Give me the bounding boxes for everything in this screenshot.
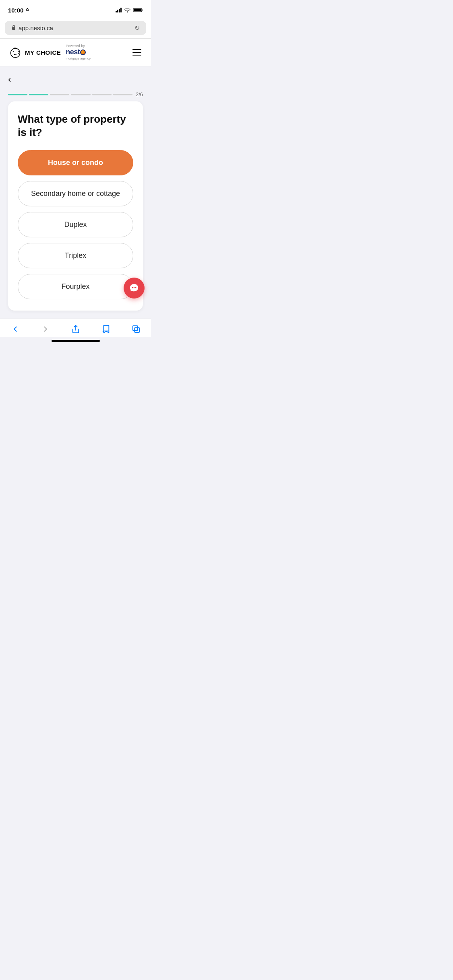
lock-icon [11, 25, 16, 31]
option-secondary-home[interactable]: Secondary home or cottage [18, 181, 133, 206]
svg-rect-14 [132, 326, 137, 331]
my-choice-text: MY CHOICE [25, 49, 61, 56]
back-button[interactable]: ‹ [8, 73, 11, 86]
powered-by-text: Powered by [66, 44, 85, 48]
svg-rect-4 [142, 9, 143, 11]
progress-step-2 [29, 94, 48, 95]
svg-point-10 [132, 287, 133, 288]
share-icon [71, 325, 80, 334]
browser-forward-icon [41, 325, 50, 334]
app-header: MY CHOICE Powered by nest mortgage agenc… [0, 39, 151, 66]
browser-back-button[interactable] [8, 323, 23, 335]
bottom-browser-bar [0, 319, 151, 337]
chat-icon [129, 283, 139, 293]
progress-label: 2/6 [136, 91, 143, 97]
agency-label: mortgage agency [66, 57, 91, 60]
svg-rect-6 [12, 27, 15, 30]
option-fourplex[interactable]: Fourplex [18, 274, 133, 299]
svg-rect-15 [134, 327, 139, 332]
browser-bar: app.nesto.ca ↻ [0, 18, 151, 39]
nesto-o-icon [80, 49, 86, 55]
chat-button[interactable] [124, 278, 145, 299]
browser-tabs-button[interactable] [128, 323, 144, 335]
progress-step-1 [8, 94, 27, 95]
home-indicator [0, 337, 151, 347]
progress-bar: 2/6 [8, 91, 143, 97]
browser-forward-button[interactable] [38, 323, 53, 335]
battery-icon [133, 8, 143, 12]
svg-line-1 [26, 8, 28, 10]
options-list: House or condo Secondary home or cottage… [18, 150, 133, 299]
url-text: app.nesto.ca [11, 25, 53, 31]
url-display: app.nesto.ca [19, 25, 53, 31]
my-choice-logo: MY CHOICE [8, 45, 61, 60]
status-icons [116, 8, 143, 12]
home-bar [52, 340, 100, 342]
progress-step-6 [113, 94, 132, 95]
question-title: What type of property is it? [18, 113, 133, 139]
tabs-icon [132, 325, 141, 334]
location-icon [25, 8, 30, 12]
piggy-bank-icon [8, 45, 23, 60]
progress-step-5 [92, 94, 112, 95]
nesto-brand-area: Powered by nest mortgage agency [66, 44, 91, 60]
svg-rect-9 [14, 48, 16, 49]
svg-point-12 [135, 287, 137, 288]
svg-point-8 [13, 51, 14, 52]
wifi-icon [124, 8, 130, 12]
option-triplex[interactable]: Triplex [18, 243, 133, 268]
question-card: What type of property is it? House or co… [8, 101, 143, 311]
option-duplex[interactable]: Duplex [18, 212, 133, 237]
status-time: 10:00 [8, 7, 30, 14]
browser-back-icon [11, 325, 20, 334]
progress-step-3 [50, 94, 69, 95]
progress-step-4 [71, 94, 90, 95]
logo-area: MY CHOICE Powered by nest mortgage agenc… [8, 44, 91, 60]
svg-rect-5 [134, 9, 141, 12]
signal-icon [116, 8, 122, 12]
svg-line-0 [27, 8, 29, 10]
url-bar[interactable]: app.nesto.ca ↻ [5, 21, 146, 35]
option-house-condo[interactable]: House or condo [18, 150, 133, 175]
nesto-logo-text: nest [66, 48, 86, 56]
time-display: 10:00 [8, 7, 23, 14]
browser-bookmarks-button[interactable] [98, 323, 114, 335]
reload-icon[interactable]: ↻ [134, 24, 140, 32]
status-bar: 10:00 [0, 0, 151, 18]
bookmarks-icon [101, 325, 110, 334]
browser-share-button[interactable] [68, 323, 83, 335]
svg-point-7 [11, 48, 20, 58]
menu-button[interactable] [131, 47, 143, 57]
svg-point-11 [134, 287, 135, 288]
hamburger-icon [132, 49, 141, 50]
